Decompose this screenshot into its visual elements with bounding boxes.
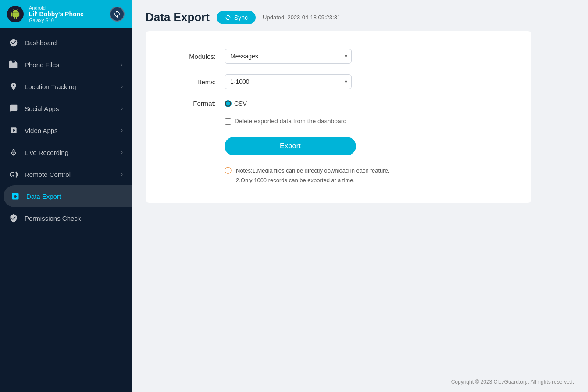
main-content: Data Export Sync Updated: 2023-04-18 09:… [132, 0, 588, 392]
items-select-wrapper: 1-1000 ▾ [225, 74, 352, 89]
phone-files-label: Phone Files [25, 61, 115, 68]
sidebar-header: Android Lil' Bobby's Phone Galaxy S10 [0, 0, 132, 28]
page-title: Data Export [146, 11, 210, 24]
copyright-text: Copyright © 2023 ClevGuard.org. All righ… [451, 379, 574, 385]
device-model: Galaxy S10 [29, 18, 104, 23]
csv-radio[interactable] [225, 100, 232, 107]
video-apps-chevron: › [121, 127, 123, 133]
notes-text: Notes:1.Media files can be directly down… [236, 166, 389, 185]
sidebar-item-permissions-check[interactable]: Permissions Check [0, 207, 132, 229]
device-info: Android Lil' Bobby's Phone Galaxy S10 [29, 5, 104, 23]
updated-timestamp: Updated: 2023-04-18 09:23:31 [263, 14, 340, 21]
delete-checkbox-row: Delete exported data from the dashboard [225, 118, 505, 125]
device-name: Lil' Bobby's Phone [29, 11, 104, 18]
delete-label: Delete exported data from the dashboard [235, 118, 346, 125]
delete-checkbox-item[interactable]: Delete exported data from the dashboard [225, 118, 346, 125]
dashboard-label: Dashboard [25, 39, 123, 47]
live-recording-label: Live Recording [25, 149, 115, 156]
remote-control-label: Remote Control [25, 171, 115, 178]
sidebar-item-video-apps[interactable]: Video Apps › [0, 119, 132, 141]
info-icon: ⓘ [225, 166, 232, 176]
notes-section: ⓘ Notes:1.Media files can be directly do… [225, 166, 505, 185]
sidebar-item-data-export[interactable]: Data Export [4, 185, 132, 207]
modules-select-wrapper: Messages Calls Contacts Photos Keylogger… [225, 49, 352, 64]
items-row: Items: 1-1000 ▾ [181, 74, 505, 89]
device-avatar [7, 6, 24, 22]
sync-icon [225, 14, 232, 21]
header-sync-button[interactable] [110, 7, 125, 22]
device-os: Android [29, 5, 104, 11]
phone-files-chevron: › [121, 61, 123, 68]
content-area: Modules: Messages Calls Contacts Photos … [132, 31, 588, 372]
live-recording-icon [9, 147, 18, 157]
footer: Copyright © 2023 ClevGuard.org. All righ… [132, 372, 588, 392]
social-apps-icon [9, 104, 18, 113]
location-chevron: › [121, 83, 123, 90]
sidebar-item-remote-control[interactable]: Remote Control › [0, 163, 132, 185]
export-button[interactable]: Export [225, 137, 356, 155]
video-apps-icon [9, 126, 18, 135]
modules-label: Modules: [181, 53, 216, 60]
notes-line2: 2.Only 1000 records can be exported at a… [236, 176, 389, 185]
items-label: Items: [181, 78, 216, 86]
modules-select[interactable]: Messages Calls Contacts Photos Keylogger [225, 49, 352, 64]
csv-radio-item[interactable]: CSV [225, 100, 247, 107]
modules-row: Modules: Messages Calls Contacts Photos … [181, 49, 505, 64]
social-apps-label: Social Apps [25, 105, 115, 112]
sync-label: Sync [234, 14, 248, 21]
format-label: Format: [181, 100, 216, 107]
remote-control-chevron: › [121, 171, 123, 177]
format-radio-group: CSV [225, 100, 247, 107]
csv-label: CSV [234, 100, 247, 107]
social-apps-chevron: › [121, 105, 123, 111]
sidebar-item-location-tracking[interactable]: Location Tracking › [0, 76, 132, 97]
data-export-icon [11, 191, 20, 201]
location-tracking-icon [9, 82, 18, 91]
sync-button[interactable]: Sync [217, 11, 256, 24]
sidebar-item-phone-files[interactable]: Phone Files › [0, 54, 132, 76]
sidebar: Android Lil' Bobby's Phone Galaxy S10 Da… [0, 0, 132, 392]
permissions-check-icon [9, 213, 18, 223]
notes-line1: Notes:1.Media files can be directly down… [236, 166, 389, 176]
export-card: Modules: Messages Calls Contacts Photos … [146, 31, 531, 203]
sidebar-nav: Dashboard Phone Files › Location Trackin… [0, 28, 132, 392]
video-apps-label: Video Apps [25, 127, 115, 134]
data-export-label: Data Export [26, 193, 123, 200]
location-tracking-label: Location Tracking [25, 83, 115, 90]
dashboard-icon [9, 38, 18, 47]
permissions-check-label: Permissions Check [25, 215, 123, 222]
live-recording-chevron: › [121, 149, 123, 155]
items-select[interactable]: 1-1000 [225, 74, 352, 89]
sidebar-item-live-recording[interactable]: Live Recording › [0, 141, 132, 163]
format-row: Format: CSV [181, 100, 505, 107]
sidebar-item-social-apps[interactable]: Social Apps › [0, 97, 132, 119]
delete-checkbox[interactable] [225, 118, 231, 125]
sidebar-item-dashboard[interactable]: Dashboard [0, 32, 132, 54]
phone-files-icon [9, 60, 18, 69]
page-header: Data Export Sync Updated: 2023-04-18 09:… [132, 0, 588, 31]
export-btn-row: Export [225, 137, 505, 155]
remote-control-icon [9, 169, 18, 179]
